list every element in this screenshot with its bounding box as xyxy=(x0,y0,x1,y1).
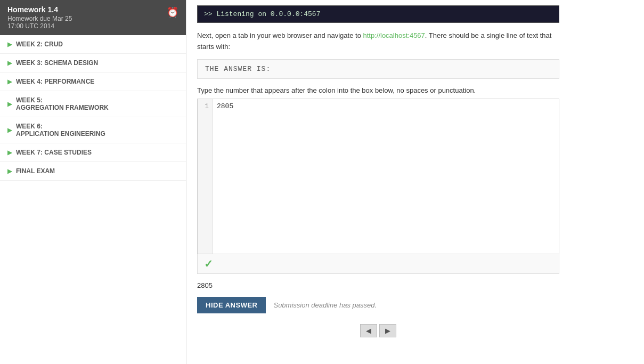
bottom-bar: HIDE ANSWER Submission deadline has pass… xyxy=(197,297,559,313)
arrow-icon: ▶ xyxy=(7,60,12,67)
sidebar-item-week2-label: WEEK 2: CRUD xyxy=(16,41,63,48)
sidebar-item-week7[interactable]: ▶ WEEK 7: CASE STUDIES xyxy=(0,143,186,162)
homework-title: Homework 1.4 xyxy=(7,5,72,14)
deadline-text: Submission deadline has passed. xyxy=(273,301,377,309)
pagination-bar: ◀ ▶ xyxy=(197,324,559,337)
terminal-line: >> Listening on 0.0.0.0:4567 xyxy=(204,10,320,18)
checkmark-icon: ✓ xyxy=(204,258,213,270)
line-numbers: 1 xyxy=(198,99,213,254)
alarm-icon[interactable]: ⏰ xyxy=(167,6,178,18)
main-content: >> Listening on 0.0.0.0:4567 Next, open … xyxy=(186,0,644,364)
arrow-icon: ▶ xyxy=(7,149,12,156)
type-instruction: Type the number that appears after the c… xyxy=(197,86,559,94)
line-number-1: 1 xyxy=(205,102,209,110)
sidebar-item-week3[interactable]: ▶ WEEK 3: SCHEMA DESIGN xyxy=(0,54,186,72)
answer-textarea[interactable]: 2805 xyxy=(213,99,559,254)
sidebar-nav: ▶ WEEK 2: CRUD ▶ WEEK 3: SCHEMA DESIGN ▶… xyxy=(0,35,186,364)
sidebar-item-week3-label: WEEK 3: SCHEMA DESIGN xyxy=(16,59,98,67)
answer-display-box: THE ANSWER IS: xyxy=(197,59,559,79)
answer-textarea-wrapper: 1 2805 xyxy=(197,99,559,254)
arrow-icon: ▶ xyxy=(7,127,12,134)
prev-page-button[interactable]: ◀ xyxy=(360,324,377,337)
sidebar: Homework 1.4 Homework due Mar 25 17:00 U… xyxy=(0,0,186,364)
answer-value-display: 2805 xyxy=(197,281,559,289)
arrow-icon: ▶ xyxy=(7,168,12,175)
sidebar-header: Homework 1.4 Homework due Mar 25 17:00 U… xyxy=(0,0,186,35)
sidebar-item-week4[interactable]: ▶ WEEK 4: PERFORMANCE xyxy=(0,72,186,91)
arrow-icon: ▶ xyxy=(7,41,12,48)
next-page-button[interactable]: ▶ xyxy=(379,324,396,337)
instruction-before: Next, open a tab in your web browser and… xyxy=(197,31,363,39)
sidebar-item-final[interactable]: ▶ FINAL EXAM xyxy=(0,162,186,181)
sidebar-item-week6-label: WEEK 6:APPLICATION ENGINEERING xyxy=(16,123,105,137)
sidebar-item-final-label: FINAL EXAM xyxy=(16,167,55,175)
homework-due-date: Homework due Mar 25 xyxy=(7,15,72,22)
sidebar-item-week5[interactable]: ▶ WEEK 5:AGGREGATION FRAMEWORK xyxy=(0,91,186,117)
sidebar-item-week7-label: WEEK 7: CASE STUDIES xyxy=(16,149,92,156)
homework-utc: 17:00 UTC 2014 xyxy=(7,22,72,30)
sidebar-item-week6[interactable]: ▶ WEEK 6:APPLICATION ENGINEERING xyxy=(0,117,186,143)
hide-answer-button[interactable]: HIDE ANSWER xyxy=(197,297,266,313)
sidebar-item-week4-label: WEEK 4: PERFORMANCE xyxy=(16,78,94,85)
arrow-icon: ▶ xyxy=(7,101,12,108)
localhost-link[interactable]: http://localhost:4567 xyxy=(363,31,425,39)
arrow-icon: ▶ xyxy=(7,78,12,85)
answer-display-text: THE ANSWER IS: xyxy=(205,65,271,73)
sidebar-header-info: Homework 1.4 Homework due Mar 25 17:00 U… xyxy=(7,5,72,30)
checkmark-bar: ✓ xyxy=(197,254,559,274)
sidebar-item-week2[interactable]: ▶ WEEK 2: CRUD xyxy=(0,35,186,54)
terminal-box: >> Listening on 0.0.0.0:4567 xyxy=(197,5,559,23)
sidebar-item-week5-label: WEEK 5:AGGREGATION FRAMEWORK xyxy=(16,96,109,111)
instruction-paragraph: Next, open a tab in your web browser and… xyxy=(197,30,559,53)
